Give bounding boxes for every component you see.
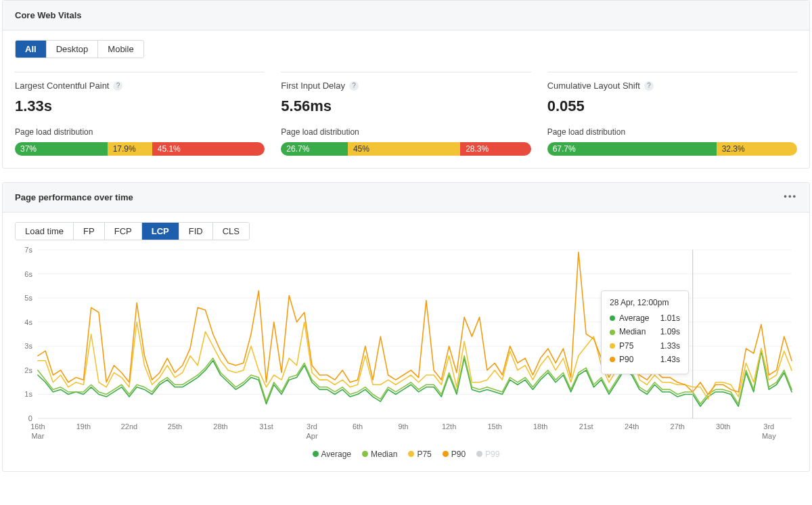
svg-text:2s: 2s [24,366,32,374]
metric-value: 1.33s [15,97,265,115]
dist-improvement: 32.3% [717,142,797,156]
dist-poor: 28.3% [460,142,531,156]
dist-good: 26.7% [281,142,348,156]
svg-text:28th: 28th [213,422,227,431]
legend-item[interactable]: Median [362,449,397,459]
dist-improvement: 45% [348,142,460,156]
svg-text:31st: 31st [259,422,273,431]
device-tabs: All Desktop Mobile [15,40,144,58]
svg-text:6th: 6th [353,422,363,431]
distribution-bar: 37% 17.9% 45.1% [15,142,265,156]
svg-text:21st: 21st [579,422,593,431]
svg-text:15th: 15th [487,422,501,431]
tooltip-title: 28 Apr, 12:00pm [610,298,680,307]
svg-text:3rd: 3rd [763,422,774,431]
legend-item[interactable]: P90 [443,449,466,459]
svg-text:5s: 5s [24,294,32,302]
svg-text:24th: 24th [625,422,639,431]
tab-fcp[interactable]: FCP [105,223,142,240]
tab-lcp[interactable]: LCP [142,223,179,240]
dist-good: 37% [15,142,108,156]
svg-text:Mar: Mar [31,432,44,440]
tab-fid[interactable]: FID [179,223,213,240]
panel-title: Page performance over time ••• [3,183,809,213]
core-web-vitals-panel: Core Web Vitals All Desktop Mobile Large… [2,0,810,169]
dist-poor: 45.1% [152,142,265,156]
svg-text:25th: 25th [168,422,182,431]
metric-value: 5.56ms [281,97,531,115]
tab-mobile[interactable]: Mobile [98,41,143,58]
svg-text:1s: 1s [24,390,32,398]
tab-cls[interactable]: CLS [213,223,249,240]
svg-text:19th: 19th [76,422,91,431]
distribution-label: Page load distribution [281,127,531,137]
svg-text:Apr: Apr [307,432,318,440]
page-performance-panel: Page performance over time ••• Load time… [2,182,810,472]
metric-tabs: Load time FP FCP LCP FID CLS [15,222,250,240]
distribution-label: Page load distribution [547,127,797,137]
distribution-bar: 67.7% 32.3% [547,142,797,156]
svg-text:3rd: 3rd [307,422,317,431]
distribution-bar: 26.7% 45% 28.3% [281,142,531,156]
help-icon[interactable]: ? [113,81,122,91]
tab-load-time[interactable]: Load time [16,223,74,240]
distribution-label: Page load distribution [15,127,265,137]
legend-item[interactable]: P99 [476,449,499,459]
chart-legend: AverageMedianP75P90P99 [15,449,797,460]
svg-text:27th: 27th [671,422,685,431]
metric-card-lcp: Largest Contentful Paint ? 1.33s Page lo… [15,72,265,156]
svg-text:May: May [762,432,776,440]
metric-value: 0.055 [547,97,797,115]
svg-text:18th: 18th [533,422,547,431]
help-icon[interactable]: ? [349,81,359,91]
tooltip-row: P901.43s [610,353,680,366]
metric-title: Cumulative Layout Shift [547,81,640,91]
dist-improvement: 17.9% [108,142,152,156]
tab-desktop[interactable]: Desktop [47,41,99,58]
svg-text:6s: 6s [24,270,32,278]
metric-title: Largest Contentful Paint [15,81,109,91]
tooltip-row: Average1.01s [610,311,680,325]
panel-title: Core Web Vitals [3,1,809,30]
tooltip-row: Median1.09s [610,325,680,338]
svg-text:0: 0 [28,414,32,422]
svg-text:30th: 30th [716,422,730,431]
metric-card-cls: Cumulative Layout Shift ? 0.055 Page loa… [547,72,797,156]
legend-item[interactable]: Average [313,449,351,459]
svg-text:9th: 9th [398,422,408,431]
dist-good: 67.7% [547,142,717,156]
svg-text:4s: 4s [24,318,32,326]
svg-text:7s: 7s [24,246,32,254]
metric-title: First Input Delay [281,81,345,91]
svg-text:3s: 3s [24,342,32,350]
legend-item[interactable]: P75 [408,449,431,459]
chart-tooltip: 28 Apr, 12:00pm Average1.01sMedian1.09sP… [601,290,689,374]
tooltip-row: P751.33s [610,339,680,353]
metric-card-fid: First Input Delay ? 5.56ms Page load dis… [281,72,531,156]
svg-text:12th: 12th [442,422,456,431]
svg-text:16th: 16th [30,422,45,431]
svg-text:22nd: 22nd [121,422,137,431]
help-icon[interactable]: ? [644,81,654,91]
tab-fp[interactable]: FP [74,223,105,240]
tab-all[interactable]: All [16,41,47,58]
more-options-icon[interactable]: ••• [784,191,797,201]
